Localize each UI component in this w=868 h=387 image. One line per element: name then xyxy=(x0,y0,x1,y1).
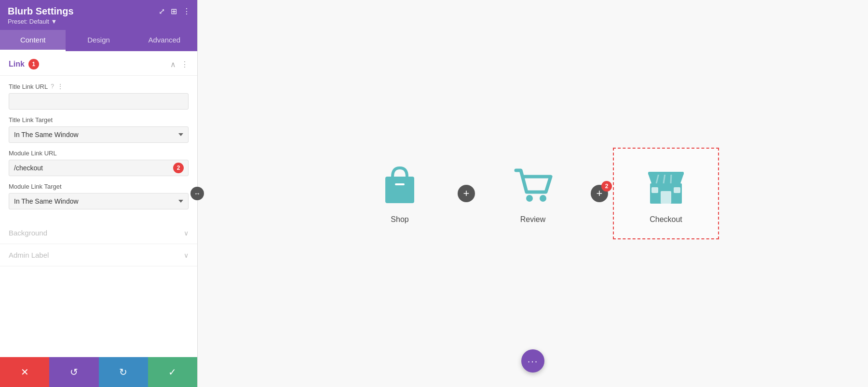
svg-rect-0 xyxy=(385,177,414,203)
add-button-2[interactable]: + 2 xyxy=(591,185,608,202)
background-chevron-icon: ∨ xyxy=(184,229,189,237)
module-link-target-label: Module Link Target xyxy=(9,183,189,190)
module-link-url-label: Module Link URL xyxy=(9,150,189,157)
title-link-target-select[interactable]: In The Same Window In A New Tab xyxy=(9,126,189,143)
redo-icon: ↻ xyxy=(119,366,127,378)
undo-icon: ↺ xyxy=(70,366,78,378)
add-button-2-wrapper: + 2 xyxy=(586,185,613,202)
sidebar-body: Link 1 ∧ ⋮ Title Link URL ? ⋮ Title Link… xyxy=(0,51,197,357)
module-link-target-group: Module Link Target In The Same Window In… xyxy=(0,183,197,216)
link-section-title: Link 1 xyxy=(9,59,39,69)
module-link-target-select[interactable]: In The Same Window In A New Tab xyxy=(9,193,189,209)
svg-rect-7 xyxy=(674,187,680,193)
background-label: Background xyxy=(9,229,47,237)
admin-label-text: Admin Label xyxy=(9,251,49,259)
undo-button[interactable]: ↺ xyxy=(49,357,98,387)
cancel-icon: ✕ xyxy=(21,366,29,378)
save-button[interactable]: ✓ xyxy=(148,357,197,387)
title-link-target-label: Title Link Target xyxy=(9,116,189,124)
tab-advanced[interactable]: Advanced xyxy=(132,30,197,51)
title-url-help-icon[interactable]: ? xyxy=(51,83,54,90)
module-link-url-input[interactable] xyxy=(9,160,189,176)
tab-content[interactable]: Content xyxy=(0,30,66,51)
module-link-url-group: Module Link URL 2 xyxy=(0,150,197,183)
more-vert-icon[interactable]: ⋮ xyxy=(183,7,190,16)
add-button-1[interactable]: + xyxy=(458,185,475,202)
svg-point-2 xyxy=(526,195,533,202)
save-icon: ✓ xyxy=(168,366,176,378)
title-url-more-icon[interactable]: ⋮ xyxy=(57,83,64,90)
svg-rect-1 xyxy=(395,183,405,185)
link-section-header: Link 1 ∧ ⋮ xyxy=(0,51,197,76)
main-canvas: Shop + Review + 2 xyxy=(198,0,868,387)
svg-point-3 xyxy=(540,195,546,202)
checkout-label: Checkout xyxy=(650,215,682,224)
module-url-input-wrapper: 2 xyxy=(9,160,189,176)
preset-label[interactable]: Preset: Default ▼ xyxy=(8,18,190,25)
tab-design[interactable]: Design xyxy=(66,30,131,51)
blurb-checkout[interactable]: Checkout xyxy=(613,148,719,239)
sidebar: Blurb Settings Preset: Default ▼ ⤢ ⊞ ⋮ C… xyxy=(0,0,198,387)
link-label: Link xyxy=(9,60,25,69)
title-link-target-group: Title Link Target In The Same Window In … xyxy=(0,116,197,150)
expand-icon[interactable]: ⤢ xyxy=(159,7,165,16)
sidebar-tabs: Content Design Advanced xyxy=(0,30,197,51)
chevron-up-icon[interactable]: ∧ xyxy=(170,60,176,69)
fab-dots-icon: ··· xyxy=(528,356,539,366)
checkout-icon xyxy=(644,163,688,207)
svg-rect-6 xyxy=(651,187,658,193)
title-link-url-input[interactable] xyxy=(9,93,189,110)
blurb-shop[interactable]: Shop xyxy=(347,149,453,238)
review-icon xyxy=(511,163,555,207)
svg-rect-8 xyxy=(648,172,684,175)
resize-handle[interactable]: ↔ xyxy=(190,187,204,200)
sidebar-header: Blurb Settings Preset: Default ▼ ⤢ ⊞ ⋮ xyxy=(0,0,197,30)
background-section[interactable]: Background ∨ xyxy=(0,222,197,244)
header-icons: ⤢ ⊞ ⋮ xyxy=(159,7,190,16)
blurb-grid: Shop + Review + 2 xyxy=(327,128,738,259)
section-more-icon[interactable]: ⋮ xyxy=(181,60,189,69)
cancel-button[interactable]: ✕ xyxy=(0,357,49,387)
fab-button[interactable]: ··· xyxy=(521,349,544,373)
admin-label-chevron-icon: ∨ xyxy=(184,251,189,259)
shop-icon xyxy=(378,163,421,207)
admin-label-section[interactable]: Admin Label ∨ xyxy=(0,244,197,266)
add-btn-2-badge: 2 xyxy=(601,181,612,192)
review-label: Review xyxy=(520,215,545,224)
blurb-review[interactable]: Review xyxy=(480,149,586,238)
columns-icon[interactable]: ⊞ xyxy=(171,7,177,16)
link-badge: 1 xyxy=(28,59,39,69)
section-header-icons: ∧ ⋮ xyxy=(170,60,189,69)
title-link-url-group: Title Link URL ? ⋮ xyxy=(0,76,197,116)
svg-rect-5 xyxy=(661,191,671,204)
shop-label: Shop xyxy=(391,215,408,224)
title-link-url-label: Title Link URL ? ⋮ xyxy=(9,83,189,90)
sidebar-footer: ✕ ↺ ↻ ✓ xyxy=(0,357,197,387)
redo-button[interactable]: ↻ xyxy=(99,357,148,387)
module-url-badge: 2 xyxy=(173,163,184,173)
